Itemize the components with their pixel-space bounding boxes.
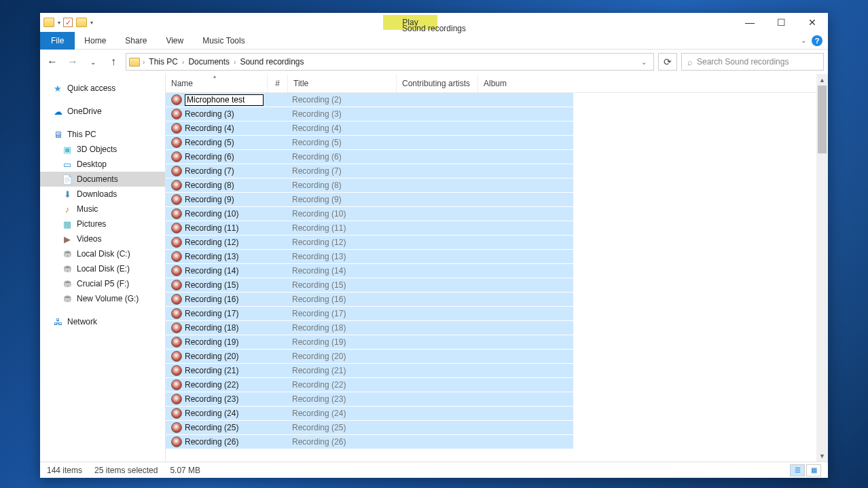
nav-this-pc[interactable]: 🖥This PC (40, 127, 165, 142)
file-row[interactable]: Recording (13)Recording (13) (166, 250, 573, 264)
nav-music[interactable]: ♪Music (40, 202, 165, 217)
nav-quick-access[interactable]: ★Quick access (40, 81, 165, 96)
file-row[interactable]: Recording (10)Recording (10) (166, 207, 573, 221)
column-name[interactable]: Name (166, 74, 268, 92)
address-bar[interactable]: › This PC › Documents › Sound recordings… (126, 53, 654, 71)
file-name[interactable]: Recording (5) (185, 138, 272, 147)
file-row[interactable]: Recording (18)Recording (18) (166, 321, 573, 335)
file-row[interactable]: Recording (26)Recording (26) (166, 435, 573, 449)
nav-3d-objects[interactable]: ▣3D Objects (40, 142, 165, 157)
nav-disk-c[interactable]: ⛃Local Disk (C:) (40, 246, 165, 261)
help-icon[interactable]: ? (812, 35, 822, 46)
nav-pictures[interactable]: ▦Pictures (40, 217, 165, 231)
file-name[interactable]: Recording (18) (185, 323, 272, 333)
file-name[interactable]: Recording (12) (185, 238, 272, 247)
file-name[interactable]: Recording (13) (185, 252, 272, 261)
file-name[interactable]: Recording (8) (185, 181, 272, 190)
file-row[interactable]: Recording (20)Recording (20) (166, 350, 573, 364)
nav-videos[interactable]: ▶Videos (40, 231, 165, 246)
file-name[interactable]: Recording (17) (185, 309, 272, 318)
nav-disk-e[interactable]: ⛃Local Disk (E:) (40, 261, 165, 276)
nav-desktop[interactable]: ▭Desktop (40, 157, 165, 172)
maximize-button[interactable]: ☐ (765, 13, 797, 32)
scroll-down-icon[interactable]: ▼ (816, 450, 828, 462)
file-row[interactable]: Recording (5)Recording (5) (166, 136, 573, 150)
nav-network[interactable]: 🖧Network (40, 314, 165, 329)
chevron-right-icon[interactable]: › (182, 58, 184, 66)
breadcrumb-documents[interactable]: Documents (187, 57, 231, 67)
file-row[interactable]: Recording (12)Recording (12) (166, 236, 573, 250)
nav-disk-g[interactable]: ⛃New Volume (G:) (40, 291, 165, 306)
file-row[interactable]: Recording (15)Recording (15) (166, 278, 573, 293)
tab-music-tools[interactable]: Music Tools (193, 32, 254, 50)
address-history-caret-icon[interactable]: ⌄ (637, 58, 651, 66)
chevron-right-icon[interactable]: › (234, 58, 236, 66)
file-row[interactable]: Recording (8)Recording (8) (166, 179, 573, 193)
file-name[interactable]: Recording (14) (185, 266, 272, 276)
file-name[interactable]: Recording (3) (185, 109, 272, 119)
file-name[interactable]: Recording (22) (185, 380, 272, 390)
file-name[interactable]: Recording (25) (185, 423, 272, 432)
nav-onedrive[interactable]: ☁OneDrive (40, 104, 165, 119)
file-name[interactable]: Recording (19) (185, 337, 272, 347)
tab-view[interactable]: View (156, 32, 193, 50)
search-box[interactable]: ⌕ Search Sound recordings (681, 53, 824, 71)
details-view-button[interactable]: ☰ (790, 464, 805, 476)
file-row[interactable]: Recording (4)Recording (4) (166, 121, 573, 136)
column-album[interactable]: Album (478, 74, 560, 92)
vertical-scrollbar[interactable]: ▲ ▼ (816, 74, 828, 462)
play-contextual-tab[interactable]: Play (383, 15, 437, 30)
scroll-up-icon[interactable]: ▲ (816, 74, 828, 86)
file-row[interactable]: Recording (6)Recording (6) (166, 150, 573, 164)
close-button[interactable]: ✕ (797, 13, 828, 32)
file-name[interactable]: Recording (21) (185, 366, 272, 375)
file-name[interactable]: Recording (15) (185, 280, 272, 290)
app-folder-icon[interactable] (43, 16, 55, 29)
file-row[interactable]: Recording (21)Recording (21) (166, 364, 573, 378)
file-name[interactable]: Recording (20) (185, 352, 272, 361)
file-row[interactable]: Recording (19)Recording (19) (166, 335, 573, 350)
file-row[interactable]: Recording (14)Recording (14) (166, 264, 573, 278)
ribbon-collapse-icon[interactable]: ⌄ (801, 37, 806, 44)
file-row[interactable]: Recording (23)Recording (23) (166, 392, 573, 407)
column-contributing-artists[interactable]: Contributing artists (397, 74, 478, 92)
up-button[interactable]: ↑ (105, 54, 122, 70)
file-row[interactable]: Recording (3)Recording (3) (166, 107, 573, 121)
file-name[interactable]: Recording (11) (185, 223, 272, 233)
file-name[interactable]: Recording (9) (185, 195, 272, 204)
file-row[interactable]: Recording (17)Recording (17) (166, 307, 573, 321)
forward-button[interactable]: → (65, 54, 81, 70)
qat-customize-caret-icon[interactable]: ▾ (90, 20, 93, 26)
chevron-right-icon[interactable]: › (143, 58, 145, 66)
column-title[interactable]: Title (288, 74, 397, 92)
file-list[interactable]: Recording (2)Recording (3)Recording (3)R… (166, 93, 828, 462)
file-row[interactable]: Recording (22)Recording (22) (166, 378, 573, 392)
file-name[interactable]: Recording (6) (185, 152, 272, 162)
file-name[interactable]: Recording (26) (185, 437, 272, 447)
breadcrumb-this-pc[interactable]: This PC (147, 57, 179, 67)
minimize-button[interactable]: ― (734, 13, 765, 32)
rename-input[interactable] (185, 94, 264, 106)
file-name[interactable]: Recording (7) (185, 166, 272, 176)
file-name[interactable]: Recording (16) (185, 295, 272, 304)
file-name[interactable]: Recording (23) (185, 394, 272, 404)
file-name[interactable]: Recording (24) (185, 409, 272, 418)
file-row[interactable]: Recording (7)Recording (7) (166, 164, 573, 179)
nav-documents[interactable]: 📄Documents (40, 172, 165, 187)
file-name[interactable]: Recording (10) (185, 209, 272, 219)
new-folder-icon[interactable] (75, 16, 88, 29)
navigation-pane[interactable]: ★Quick access ☁OneDrive 🖥This PC ▣3D Obj… (40, 74, 166, 462)
breadcrumb-sound-recordings[interactable]: Sound recordings (238, 57, 305, 67)
file-name[interactable]: Recording (4) (185, 124, 272, 133)
thumbnails-view-button[interactable]: ▦ (806, 464, 821, 476)
tab-home[interactable]: Home (75, 32, 115, 50)
tab-file[interactable]: File (40, 32, 75, 50)
qat-menu-caret-icon[interactable]: ▾ (58, 20, 60, 26)
scrollbar-thumb[interactable] (818, 86, 827, 153)
nav-disk-f[interactable]: ⛃Crucial P5 (F:) (40, 276, 165, 291)
nav-downloads[interactable]: ⬇Downloads (40, 187, 165, 202)
file-row[interactable]: Recording (16)Recording (16) (166, 293, 573, 307)
file-row[interactable]: Recording (2) (166, 93, 573, 107)
recent-locations-caret-icon[interactable]: ⌄ (85, 54, 101, 70)
tab-share[interactable]: Share (115, 32, 156, 50)
